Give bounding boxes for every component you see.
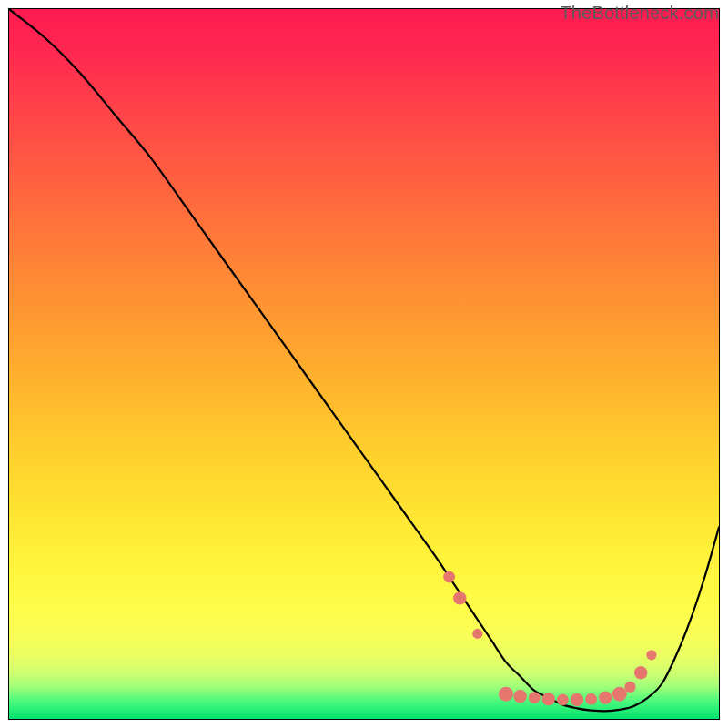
- highlighted-point: [634, 666, 647, 679]
- bottleneck-curve-path: [9, 9, 719, 711]
- highlighted-point: [585, 693, 597, 705]
- highlighted-point: [542, 693, 555, 705]
- highlighted-point: [443, 571, 455, 583]
- bottleneck-curve-svg: [9, 9, 719, 719]
- chart-container: TheBottleneck.com: [0, 0, 728, 728]
- watermark-text: TheBottleneck.com: [560, 3, 719, 24]
- highlighted-point: [557, 694, 569, 706]
- plot-area: [9, 9, 719, 719]
- highlighted-point: [571, 693, 583, 706]
- highlighted-point: [624, 682, 635, 693]
- highlighted-point: [513, 690, 526, 703]
- highlighted-point: [646, 650, 656, 660]
- highlighted-point: [499, 687, 513, 702]
- highlighted-point: [453, 592, 466, 604]
- highlighted-point: [472, 629, 482, 639]
- highlighted-point: [529, 692, 541, 703]
- highlighted-points-group: [443, 571, 656, 707]
- highlighted-point: [612, 687, 627, 702]
- highlighted-point: [599, 691, 612, 703]
